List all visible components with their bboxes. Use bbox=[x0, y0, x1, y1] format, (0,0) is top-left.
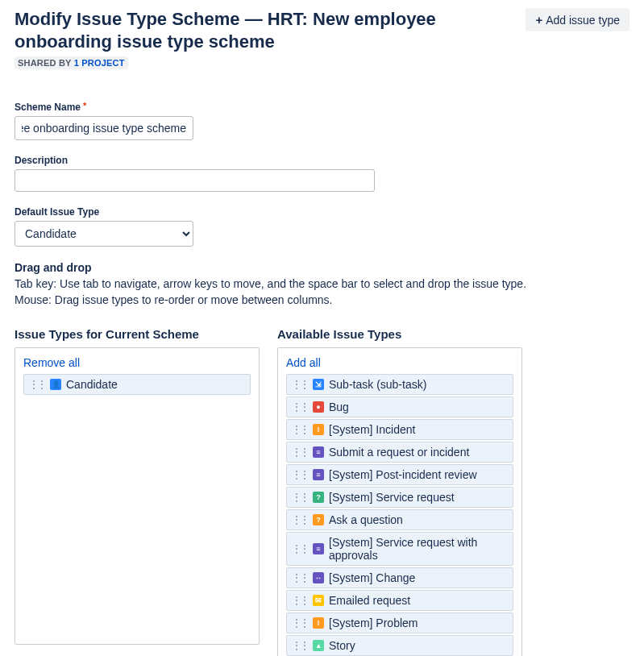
available-column-title: Available Issue Types bbox=[277, 327, 522, 341]
description-input[interactable] bbox=[15, 169, 375, 192]
scheme-name-input[interactable] bbox=[15, 116, 193, 140]
drag-grip-icon: ⋮⋮ bbox=[292, 596, 308, 605]
drag-grip-icon: ⋮⋮ bbox=[292, 380, 308, 389]
issue-type-item[interactable]: ⋮⋮≡Submit a request or incident bbox=[286, 442, 513, 463]
question-icon: ? bbox=[313, 514, 324, 525]
issue-type-label: Bug bbox=[329, 401, 349, 413]
drag-grip-icon: ⋮⋮ bbox=[292, 492, 308, 502]
issue-type-item[interactable]: ⋮⋮?[System] Service request bbox=[286, 487, 513, 508]
page-title: Modify Issue Type Scheme — HRT: New empl… bbox=[15, 8, 498, 52]
drag-grip-icon: ⋮⋮ bbox=[292, 470, 308, 480]
issue-type-item[interactable]: ⋮⋮👤Candidate bbox=[23, 374, 251, 395]
issue-type-label: [System] Problem bbox=[329, 617, 418, 629]
problem-icon: ! bbox=[313, 617, 324, 629]
review-icon: ≡ bbox=[313, 469, 324, 480]
issue-type-label: [System] Incident bbox=[329, 423, 415, 436]
current-scheme-list[interactable]: Remove all ⋮⋮👤Candidate bbox=[15, 347, 260, 645]
issue-type-item[interactable]: ⋮⋮?Ask a question bbox=[286, 509, 513, 530]
default-type-select[interactable]: Candidate bbox=[15, 221, 193, 247]
email-icon: ✉ bbox=[313, 595, 324, 606]
drag-grip-icon: ⋮⋮ bbox=[292, 447, 308, 457]
remove-all-link[interactable]: Remove all bbox=[23, 356, 80, 369]
issue-type-label: Candidate bbox=[66, 378, 118, 391]
incident-icon: ! bbox=[313, 424, 324, 435]
drag-grip-icon: ⋮⋮ bbox=[292, 402, 308, 412]
default-type-label: Default Issue Type bbox=[15, 206, 629, 218]
issue-type-item[interactable]: ⋮⋮≡[System] Service request with approva… bbox=[286, 532, 513, 566]
current-scheme-column-title: Issue Types for Current Scheme bbox=[15, 327, 260, 341]
drag-drop-help-mouse: Mouse: Drag issue types to re-order or m… bbox=[15, 293, 629, 306]
issue-type-item[interactable]: ⋮⋮⇲Sub-task (sub-task) bbox=[286, 374, 513, 395]
issue-type-label: Sub-task (sub-task) bbox=[329, 378, 426, 391]
add-issue-type-button[interactable]: + Add issue type bbox=[526, 8, 629, 31]
issue-type-item[interactable]: ⋮⋮↔[System] Change bbox=[286, 567, 513, 588]
issue-type-item[interactable]: ⋮⋮▴Story bbox=[286, 635, 513, 656]
issue-type-item[interactable]: ⋮⋮✉Emailed request bbox=[286, 590, 513, 611]
candidate-icon: 👤 bbox=[50, 379, 61, 390]
drag-drop-title: Drag and drop bbox=[15, 261, 629, 274]
request-icon: ≡ bbox=[313, 446, 324, 458]
issue-type-label: Ask a question bbox=[329, 513, 403, 526]
issue-type-item[interactable]: ⋮⋮≡[System] Post-incident review bbox=[286, 464, 513, 485]
issue-type-label: Submit a request or incident bbox=[329, 446, 469, 459]
drag-grip-icon: ⋮⋮ bbox=[292, 544, 308, 554]
drag-grip-icon: ⋮⋮ bbox=[29, 380, 45, 389]
add-all-link[interactable]: Add all bbox=[286, 356, 321, 369]
story-icon: ▴ bbox=[313, 640, 324, 651]
drag-grip-icon: ⋮⋮ bbox=[292, 425, 308, 434]
approvals-icon: ≡ bbox=[313, 543, 324, 554]
issue-type-item[interactable]: ⋮⋮●Bug bbox=[286, 397, 513, 417]
drag-drop-help-tab: Tab key: Use tab to navigate, arrow keys… bbox=[15, 277, 629, 290]
issue-type-label: [System] Service request with approvals bbox=[329, 536, 508, 562]
drag-grip-icon: ⋮⋮ bbox=[292, 573, 308, 583]
shared-project-link[interactable]: 1 PROJECT bbox=[74, 58, 125, 68]
scheme-name-label: Scheme Name * bbox=[15, 102, 629, 113]
subtask-icon: ⇲ bbox=[313, 379, 324, 390]
plus-icon: + bbox=[535, 13, 542, 27]
add-issue-type-label: Add issue type bbox=[546, 14, 620, 27]
issue-type-label: [System] Service request bbox=[329, 491, 455, 504]
issue-type-label: [System] Post-incident review bbox=[329, 468, 477, 481]
issue-type-label: Story bbox=[329, 639, 355, 652]
drag-grip-icon: ⋮⋮ bbox=[292, 618, 308, 628]
issue-type-item[interactable]: ⋮⋮![System] Incident bbox=[286, 419, 513, 440]
issue-type-item[interactable]: ⋮⋮![System] Problem bbox=[286, 612, 513, 633]
description-label: Description bbox=[15, 155, 629, 166]
drag-grip-icon: ⋮⋮ bbox=[292, 641, 308, 650]
shared-by-badge: SHARED BY 1 PROJECT bbox=[15, 56, 128, 69]
bug-icon: ● bbox=[313, 401, 324, 413]
issue-type-label: Emailed request bbox=[329, 594, 410, 607]
change-icon: ↔ bbox=[313, 572, 324, 583]
available-list[interactable]: Add all ⋮⋮⇲Sub-task (sub-task)⋮⋮●Bug⋮⋮![… bbox=[277, 347, 522, 656]
drag-grip-icon: ⋮⋮ bbox=[292, 515, 308, 525]
service-request-icon: ? bbox=[313, 492, 324, 503]
issue-type-label: [System] Change bbox=[329, 571, 415, 584]
